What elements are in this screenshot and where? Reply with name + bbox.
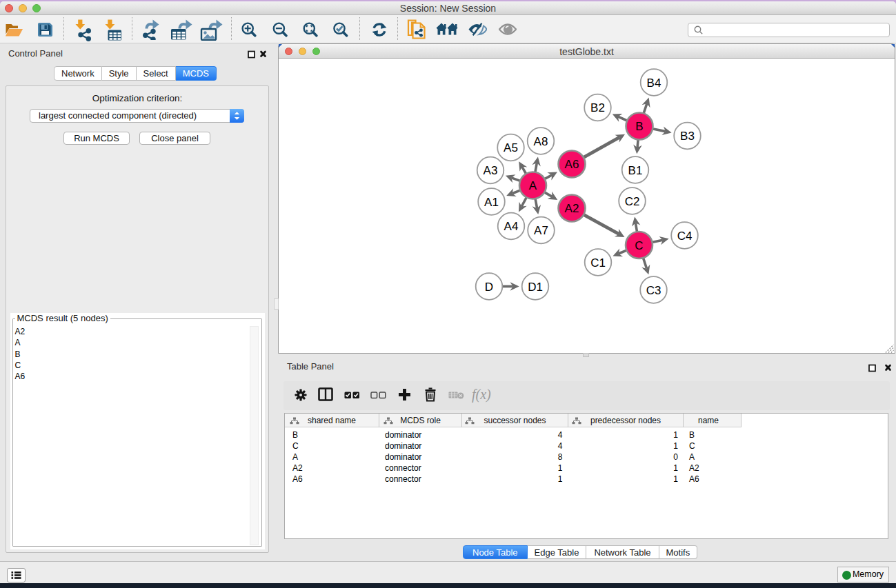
- svg-text:A7: A7: [534, 224, 548, 237]
- svg-text:B3: B3: [680, 130, 695, 143]
- svg-text:A4: A4: [504, 220, 519, 233]
- svg-text:A2: A2: [565, 202, 579, 215]
- svg-text:A3: A3: [484, 164, 498, 177]
- svg-text:C3: C3: [646, 284, 661, 297]
- svg-text:A8: A8: [534, 135, 548, 148]
- svg-text:B4: B4: [647, 77, 661, 90]
- svg-text:C: C: [635, 239, 643, 252]
- svg-text:C4: C4: [677, 230, 693, 243]
- svg-text:D: D: [485, 281, 493, 294]
- svg-text:B2: B2: [590, 101, 605, 114]
- svg-text:C2: C2: [625, 195, 640, 208]
- svg-text:B1: B1: [628, 164, 643, 177]
- svg-text:B: B: [635, 120, 643, 133]
- svg-text:C1: C1: [590, 256, 606, 270]
- svg-text:A5: A5: [504, 141, 518, 154]
- svg-text:A: A: [529, 179, 537, 192]
- svg-text:D1: D1: [528, 281, 543, 294]
- svg-text:A1: A1: [484, 196, 499, 209]
- svg-text:A6: A6: [565, 158, 579, 171]
